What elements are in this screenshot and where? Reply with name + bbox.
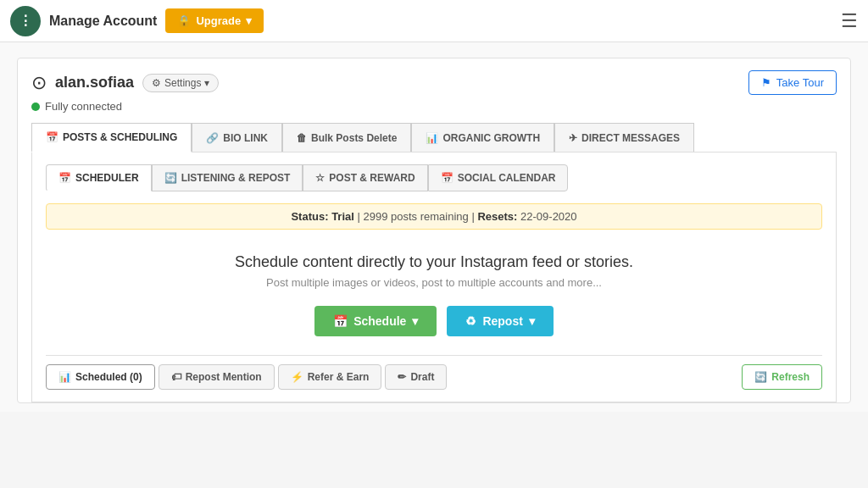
status-label: Status: Trial	[291, 210, 353, 223]
content-subtext: Post multiple images or videos, post to …	[46, 276, 822, 289]
settings-dropdown-icon: ▾	[204, 77, 209, 89]
tab-bio-link[interactable]: 🔗 BIO LINK	[192, 123, 282, 152]
tag-icon: 🏷	[171, 371, 181, 383]
trash-icon: 🗑	[297, 132, 307, 144]
repost-btn-icon: ♻	[465, 314, 476, 328]
refresh-icon: 🔄	[754, 371, 767, 383]
settings-button[interactable]: ⚙ Settings ▾	[142, 74, 219, 92]
header: ⋮ Manage Account 🔒 Upgrade ▾ ☰	[0, 0, 868, 42]
subtab-scheduler[interactable]: 📅 SCHEDULER	[46, 164, 152, 191]
posts-remaining: 2999 posts remaining	[364, 210, 469, 223]
link-icon: 🔗	[206, 132, 219, 144]
take-tour-button[interactable]: ⚑ Take Tour	[748, 70, 837, 95]
tab-direct-messages[interactable]: ✈ DIRECT MESSAGES	[554, 123, 694, 152]
chart-icon: 📊	[426, 132, 438, 144]
repost-dropdown-icon: ▾	[529, 314, 535, 328]
header-left: ⋮ Manage Account 🔒 Upgrade ▾	[10, 6, 264, 36]
schedule-button[interactable]: 📅 Schedule ▾	[314, 306, 437, 336]
header-right: ☰	[841, 10, 858, 32]
schedule-dropdown-icon: ▾	[412, 314, 418, 328]
instagram-icon: ⊙	[31, 72, 47, 94]
status-text: Fully connected	[45, 100, 122, 113]
main-tabs: 📅 POSTS & SCHEDULING 🔗 BIO LINK 🗑 Bulk P…	[31, 123, 837, 152]
schedule-icon: 📅	[333, 314, 348, 328]
status-separator1: |	[358, 210, 364, 223]
scheduler-content: Schedule content directly to your Instag…	[46, 245, 822, 352]
repost-button[interactable]: ♻ Repost ▾	[447, 306, 553, 336]
upgrade-button[interactable]: 🔒 Upgrade ▾	[165, 8, 264, 33]
sub-tabs: 📅 SCHEDULER 🔄 LISTENING & REPOST ☆ POST …	[46, 164, 822, 191]
star-icon: ☆	[315, 172, 325, 184]
resets-date: 22-09-2020	[520, 210, 577, 223]
sub-panel: 📅 SCHEDULER 🔄 LISTENING & REPOST ☆ POST …	[31, 152, 837, 402]
tab-organic-growth[interactable]: 📊 ORGANIC GROWTH	[411, 123, 554, 152]
scheduler-icon: 📅	[58, 172, 71, 184]
tab-bulk-delete[interactable]: 🗑 Bulk Posts Delete	[282, 123, 411, 152]
bottom-tab-draft[interactable]: ✏ Draft	[385, 364, 447, 390]
refresh-button[interactable]: 🔄 Refresh	[742, 364, 822, 390]
content-headline: Schedule content directly to your Instag…	[46, 253, 822, 271]
social-cal-icon: 📅	[441, 172, 453, 184]
account-name: alan.sofiaa	[55, 74, 134, 92]
dropdown-arrow-icon: ▾	[246, 14, 252, 27]
account-header: ⊙ alan.sofiaa ⚙ Settings ▾ ⚑ Take Tour	[31, 70, 837, 95]
scheduled-icon: 📊	[58, 371, 71, 383]
main-content: ⊙ alan.sofiaa ⚙ Settings ▾ ⚑ Take Tour F…	[0, 42, 868, 412]
flag-icon: ⚑	[761, 76, 771, 89]
subtab-listening-repost[interactable]: 🔄 LISTENING & REPOST	[152, 164, 303, 191]
tab-posts-scheduling[interactable]: 📅 POSTS & SCHEDULING	[31, 123, 192, 152]
bottom-tab-group: 📊 Scheduled (0) 🏷 Repost Mention ⚡ Refer…	[46, 364, 447, 390]
subtab-post-reward[interactable]: ☆ POST & REWARD	[303, 164, 427, 191]
account-section: ⊙ alan.sofiaa ⚙ Settings ▾ ⚑ Take Tour F…	[17, 58, 851, 403]
connected-status: Fully connected	[31, 100, 837, 113]
send-icon: ✈	[569, 132, 577, 144]
calendar-icon: 📅	[46, 131, 58, 143]
lock-icon: 🔒	[177, 14, 191, 27]
trial-status-bar: Status: Trial | 2999 posts remaining | R…	[46, 203, 822, 230]
logo-icon: ⋮	[10, 6, 41, 36]
repost-icon: 🔄	[164, 172, 177, 184]
hamburger-icon[interactable]: ☰	[841, 10, 858, 32]
bolt-icon: ⚡	[291, 371, 303, 383]
account-name-row: ⊙ alan.sofiaa ⚙ Settings ▾	[31, 72, 219, 94]
resets-label: Resets:	[477, 210, 517, 223]
subtab-social-calendar[interactable]: 📅 SOCIAL CALENDAR	[428, 164, 569, 191]
action-buttons: 📅 Schedule ▾ ♻ Repost ▾	[46, 306, 822, 336]
bottom-tabs: 📊 Scheduled (0) 🏷 Repost Mention ⚡ Refer…	[46, 355, 822, 390]
page-title: Manage Account	[49, 14, 157, 29]
status-dot	[31, 103, 40, 111]
bottom-tab-repost-mention[interactable]: 🏷 Repost Mention	[159, 364, 275, 390]
bottom-tab-refer-earn[interactable]: ⚡ Refer & Earn	[278, 364, 382, 390]
bottom-tab-scheduled[interactable]: 📊 Scheduled (0)	[46, 364, 155, 390]
gear-icon: ⚙	[152, 77, 161, 89]
edit-icon: ✏	[398, 371, 406, 383]
